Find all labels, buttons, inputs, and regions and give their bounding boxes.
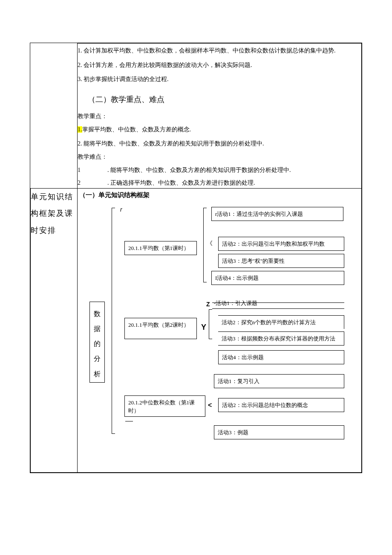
glyph-lt: < (208, 401, 212, 409)
knowledge-structure-diagram: 数据的分析 r 20.1.1平均数（第1课时） 《 r活动1：通过生活中的实例引… (78, 203, 361, 472)
glyph-r-top: r (120, 206, 122, 213)
section-heading-focus: （二）教学重点、难点 (88, 92, 361, 107)
lesson2-activity-2: 活动2：探究n个数的平均数的计算方法 (218, 315, 344, 329)
framework-title: （一）单元知识结构框架 (79, 191, 361, 199)
glyph-z: Z (206, 301, 210, 308)
lesson2-title: 20.1.1平均数（第2课时） (124, 318, 197, 339)
glyph-y: Y (201, 323, 206, 332)
lesson2-activity-3: 活动3：根据频数分布表探究计算器的使用方法 (218, 331, 344, 346)
focus-label: 教学重点： (78, 110, 361, 122)
lesson3-activity-1: 活动1：复习引入 (214, 374, 344, 389)
lesson2-activity-4: 活动4：出示例题 (218, 350, 344, 365)
lesson1-activity-4: I活动4：出示例题 (211, 271, 344, 285)
difficulty-item-1: 1 . 能将平均数、中位数、众数及方差的相关知识用于数据的分析处理中. (78, 163, 361, 177)
objective-1: 1. 会计算加权平均数、中位数和众数，会根据样本平均数、中位数和众数估计数据总体… (78, 44, 361, 58)
open-quote-glyph: 《 (207, 240, 213, 247)
row2-content: （一）单元知识结构框架 数据的分析 r 20.1.1平均数（第1课时） 《 r活… (78, 188, 362, 472)
difficulty-item-2: 2 . 正确选择平均数、中位数、众数及方差进行数据的处理. (78, 177, 361, 188)
lesson2-bracket (209, 309, 212, 339)
focus-item-2: 2. 能将平均数、中位数、众数及方差的相关知识用于数据的分析处理中. (78, 137, 361, 151)
lesson1-title: 20.1.1平均数（第1课时） (124, 241, 197, 256)
lesson2-a1-bottomline (212, 308, 344, 309)
row1-content: 1. 会计算加权平均数、中位数和众数，会根据样本平均数、中位数和众数估计数据总体… (78, 44, 362, 189)
root-node: 数据的分析 (89, 302, 105, 383)
focus-item-1: 1.掌握平均数、中位数、众数及方差的概念. (78, 122, 361, 137)
row2-left-label: 单元知识结构框架及课时安排 (31, 188, 78, 472)
objective-2: 2. 会计算方差，会用方差比较两组数据的波动大小，解决实际问题. (78, 58, 361, 73)
highlight-marker: 1. (78, 126, 82, 133)
row1-left-empty (31, 44, 78, 189)
lesson1-bracket (203, 208, 207, 282)
dash-mark (125, 421, 133, 421)
lesson1-activity-2: 活动2：出示问题引出平均数和加权平均数 (218, 237, 344, 251)
lesson1-activity-1: r活动1：通过生活中的实例引入课题 (211, 207, 343, 221)
lesson3-activity-2: 活动2：出示问题总结中位数的概念 (218, 398, 344, 413)
lesson1-activity-3: 活动3：思考"权"的重要性 (218, 254, 344, 268)
lesson3-activity-3: 活动3：例题 (214, 425, 344, 440)
lesson3-title: 20.1.2中位数和众数（第1课时） (124, 395, 205, 417)
objective-3: 3. 初步掌握统计调查活动的全过程. (78, 72, 361, 87)
difficulty-label: 教学难点： (78, 151, 361, 163)
lesson2-activity-1: -活动1：引入课题 (214, 299, 257, 307)
root-bracket (112, 208, 115, 434)
